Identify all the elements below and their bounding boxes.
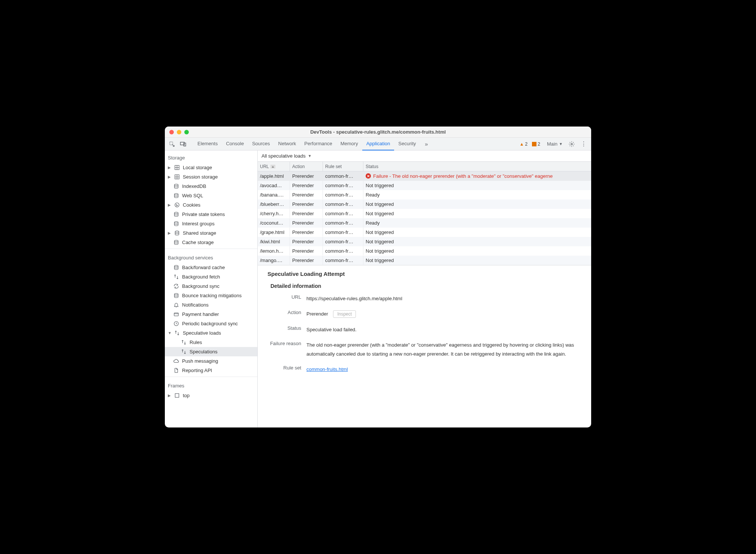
sidebar-item-periodic-background-sync[interactable]: Periodic background sync <box>165 319 257 328</box>
cell-ruleset: common-fr… <box>325 258 353 263</box>
sidebar-item-label: Speculations <box>190 349 217 354</box>
status-text: Ready <box>366 192 380 198</box>
updown-icon <box>181 349 187 354</box>
chevron-down-icon: ▼ <box>308 154 312 158</box>
cell-url: /kiwi.html <box>260 239 280 244</box>
sidebar-item-top[interactable]: ▶top <box>165 391 257 400</box>
sidebar-item-web-sql[interactable]: Web SQL <box>165 191 257 200</box>
table-row[interactable]: /mango.…Prerendercommon-fr…Not triggered <box>258 256 591 265</box>
speculations-table-body: /apple.htmlPrerendercommon-fr…✕Failure -… <box>258 171 591 265</box>
sidebar-item-label: Payment handler <box>182 311 219 317</box>
db-icon <box>173 240 179 245</box>
table-row[interactable]: /avocad…Prerendercommon-fr…Not triggered <box>258 181 591 190</box>
sidebar-item-push-messaging[interactable]: Push messaging <box>165 356 257 366</box>
device-toggle-icon[interactable] <box>178 139 188 149</box>
inspect-button[interactable]: Inspect <box>333 310 356 318</box>
minimize-window-button[interactable] <box>177 130 181 134</box>
sidebar-item-label: Cache storage <box>182 240 214 245</box>
expand-arrow-icon: ▶ <box>168 393 171 398</box>
sidebar-item-cookies[interactable]: ▶Cookies <box>165 200 257 210</box>
sidebar-item-back-forward-cache[interactable]: Back/forward cache <box>165 263 257 272</box>
sidebar-item-indexeddb[interactable]: IndexedDB <box>165 182 257 191</box>
tab-elements[interactable]: Elements <box>193 138 222 150</box>
cell-action: Prerender <box>292 258 314 263</box>
cell-url: /mango.… <box>260 258 282 263</box>
db-icon <box>173 293 179 298</box>
sidebar-item-interest-groups[interactable]: Interest groups <box>165 219 257 228</box>
background-services-section-title: Background services <box>165 250 257 263</box>
sidebar-item-private-state-tokens[interactable]: Private state tokens <box>165 210 257 219</box>
card-icon <box>173 311 179 317</box>
db-icon <box>173 265 179 270</box>
sidebar-item-speculative-loads[interactable]: ▼Speculative loads <box>165 328 257 338</box>
status-text: Failure - The old non-eager prerender (w… <box>373 173 553 179</box>
sidebar-item-label: Private state tokens <box>182 211 225 217</box>
settings-icon[interactable] <box>566 141 577 147</box>
info-badge[interactable]: 2 <box>532 141 540 147</box>
maximize-window-button[interactable] <box>184 130 189 134</box>
tab-application[interactable]: Application <box>362 138 394 150</box>
info-count: 2 <box>538 141 540 147</box>
sidebar-item-local-storage[interactable]: ▶Local storage <box>165 163 257 172</box>
table-row[interactable]: /grape.htmlPrerendercommon-fr…Not trigge… <box>258 228 591 237</box>
sidebar-item-label: Local storage <box>183 165 212 170</box>
sidebar-item-label: Bounce tracking mitigations <box>182 293 242 298</box>
cell-ruleset: common-fr… <box>325 183 353 188</box>
more-options-icon[interactable]: ⋮ <box>578 140 589 147</box>
table-row[interactable]: /kiwi.htmlPrerendercommon-fr…Not trigger… <box>258 237 591 246</box>
sidebar-item-cache-storage[interactable]: Cache storage <box>165 238 257 247</box>
cell-action: Prerender <box>292 220 314 226</box>
tab-security[interactable]: Security <box>394 138 420 150</box>
sidebar-item-session-storage[interactable]: ▶Session storage <box>165 172 257 182</box>
warnings-badge[interactable]: ▲ 2 <box>520 141 528 147</box>
table-row[interactable]: /blueberr…Prerendercommon-fr…Not trigger… <box>258 200 591 209</box>
cell-ruleset: common-fr… <box>325 211 353 216</box>
sidebar-item-speculations[interactable]: Speculations <box>165 347 257 356</box>
tab-console[interactable]: Console <box>222 138 248 150</box>
inspect-element-icon[interactable] <box>167 139 177 149</box>
table-row[interactable]: /banana.…Prerendercommon-fr…Ready <box>258 190 591 200</box>
table-row[interactable]: /cherry.h…Prerendercommon-fr…Not trigger… <box>258 209 591 218</box>
svg-point-13 <box>176 204 176 205</box>
table-row[interactable]: /lemon.h…Prerendercommon-fr…Not triggere… <box>258 246 591 256</box>
column-url[interactable]: URL ▲ <box>258 162 290 171</box>
speculations-filter[interactable]: All speculative loads ▼ <box>258 150 591 162</box>
application-sidebar: Storage▶Local storage▶Session storageInd… <box>165 150 258 427</box>
tab-memory[interactable]: Memory <box>336 138 362 150</box>
svg-point-19 <box>174 240 178 242</box>
traffic-lights <box>169 130 189 134</box>
ruleset-link[interactable]: common-fruits.html <box>306 366 348 372</box>
cookie-icon <box>174 202 180 208</box>
sidebar-item-label: Background sync <box>182 283 220 289</box>
table-row[interactable]: /coconut…Prerendercommon-fr…Ready <box>258 218 591 228</box>
sidebar-item-label: Periodic background sync <box>182 321 238 326</box>
svg-point-14 <box>177 205 178 206</box>
table-header: URL ▲ Action Rule set Status <box>258 162 591 171</box>
updown-icon <box>174 330 180 336</box>
sidebar-item-background-sync[interactable]: Background sync <box>165 281 257 291</box>
tab-performance[interactable]: Performance <box>300 138 336 150</box>
sidebar-item-payment-handler[interactable]: Payment handler <box>165 310 257 319</box>
cell-url: /cherry.h… <box>260 211 284 216</box>
sidebar-item-shared-storage[interactable]: ▶Shared storage <box>165 228 257 238</box>
target-selector[interactable]: Main ▼ <box>545 141 565 147</box>
svg-point-16 <box>174 212 178 214</box>
updown-icon <box>181 340 187 345</box>
sidebar-item-reporting-api[interactable]: Reporting API <box>165 366 257 375</box>
sidebar-item-notifications[interactable]: Notifications <box>165 300 257 310</box>
sidebar-item-rules[interactable]: Rules <box>165 338 257 347</box>
sync-icon <box>173 283 179 289</box>
close-window-button[interactable] <box>169 130 174 134</box>
column-ruleset[interactable]: Rule set <box>323 162 363 171</box>
devtools-window: DevTools - speculative-rules.glitch.me/c… <box>165 127 591 427</box>
more-tabs-icon[interactable]: » <box>421 139 431 149</box>
svg-point-20 <box>174 265 178 267</box>
tab-sources[interactable]: Sources <box>248 138 274 150</box>
column-status[interactable]: Status <box>363 162 591 171</box>
sidebar-item-background-fetch[interactable]: Background fetch <box>165 272 257 281</box>
tab-network[interactable]: Network <box>274 138 300 150</box>
status-text: Not triggered <box>366 239 394 244</box>
table-row[interactable]: /apple.htmlPrerendercommon-fr…✕Failure -… <box>258 171 591 181</box>
column-action[interactable]: Action <box>290 162 323 171</box>
sidebar-item-bounce-tracking-mitigations[interactable]: Bounce tracking mitigations <box>165 291 257 300</box>
